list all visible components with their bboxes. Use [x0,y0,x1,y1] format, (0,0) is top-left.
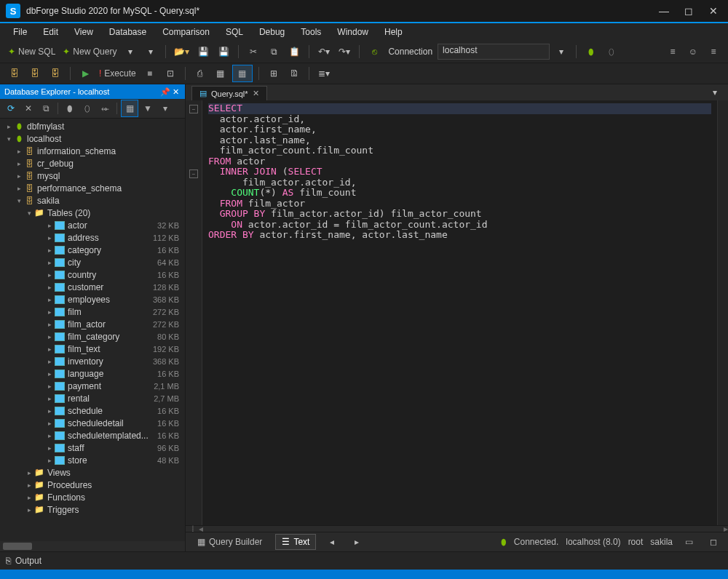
more-dropdown[interactable]: ▾ [157,100,173,116]
connection-dbfmylast[interactable]: ▸⬮dbfmylast [0,120,185,132]
next-icon[interactable]: ▸ [348,534,365,550]
section-triggers[interactable]: ▸📁Triggers [0,503,185,516]
table-scheduledetail[interactable]: ▸scheduledetail16 KB [0,417,185,429]
code-area[interactable]: SELECT actor.actor_id, actor.first_name,… [202,100,717,525]
undo-icon[interactable]: ↶▾ [315,44,333,60]
open-icon[interactable]: 📂▾ [172,44,191,60]
text-tab[interactable]: ☰Text [275,534,316,550]
paste-icon[interactable]: 📋 [285,44,303,60]
menu-view[interactable]: View [67,25,100,39]
explorer-hscroll[interactable] [0,541,185,551]
snapshot-icon[interactable]: ⎙ [191,65,209,81]
pin-icon[interactable]: 📌 [160,87,170,97]
stop-icon[interactable]: ■ [141,65,159,81]
menu-edit[interactable]: Edit [36,25,66,39]
table-actor[interactable]: ▸actor32 KB [0,219,185,231]
window-icon[interactable]: ⧉ [38,100,54,116]
overflow-1[interactable]: ≡ [664,44,681,60]
query-builder-tab[interactable]: ▦Query Builder [191,535,268,549]
menu-tools[interactable]: Tools [293,25,328,39]
table-rental[interactable]: ▸rental2,7 MB [0,392,185,404]
output-panel-tab[interactable]: ⎘ Output [0,551,728,570]
new-query-button[interactable]: ✦New Query [60,44,119,60]
db-icon-1[interactable]: 🗄 [6,65,23,81]
close-window-button[interactable]: ✕ [708,5,719,17]
database-cr_debug[interactable]: ▸🗄cr_debug [0,157,185,169]
view-mode-icon[interactable]: ▦ [121,100,138,117]
table-customer[interactable]: ▸customer128 KB [0,281,185,293]
table-address[interactable]: ▸address112 KB [0,231,185,244]
redo-icon[interactable]: ↷▾ [336,44,353,60]
fold-gutter[interactable]: −− [186,100,202,525]
more-icon[interactable]: ≣▾ [315,65,333,81]
delete-icon[interactable]: ✕ [20,100,36,116]
grid-icon-2[interactable]: ▦ [232,65,253,82]
layout-icon-2[interactable]: ◻ [705,534,722,550]
plug-icon-2[interactable]: ⬯ [79,100,95,116]
section-procedures[interactable]: ▸📁Procedures [0,479,185,491]
tab-menu-icon[interactable]: ▾ [706,84,724,100]
menu-file[interactable]: File [6,25,34,39]
overview-ruler[interactable] [717,100,728,525]
table-employees[interactable]: ▸employees368 KB [0,293,185,306]
table-schedule[interactable]: ▸schedule16 KB [0,404,185,417]
explorer-tree[interactable]: ▸⬮dbfmylast▾⬮localhost▸🗄information_sche… [0,119,185,541]
database-information_schema[interactable]: ▸🗄information_schema [0,145,185,157]
table-film_actor[interactable]: ▸film_actor272 KB [0,318,185,330]
db-icon-2[interactable]: 🗄 [26,65,44,81]
new-sql-button[interactable]: ✦New SQL [6,44,58,60]
copy-icon[interactable]: ⧉ [265,44,282,60]
database-sakila[interactable]: ▾🗄sakila [0,194,185,207]
refresh-icon[interactable]: ⟳ [3,100,19,116]
minimize-button[interactable]: — [658,5,670,17]
menu-comparison[interactable]: Comparison [155,25,217,39]
execute-button[interactable]: !Execute [97,65,138,81]
menu-debug[interactable]: Debug [252,25,292,39]
table-store[interactable]: ▸store48 KB [0,454,185,466]
connection-dropdown[interactable]: ▾ [553,44,570,60]
section-functions[interactable]: ▸📁Functions [0,491,185,503]
plug-icon-3[interactable]: ⬰ [97,100,113,116]
section-views[interactable]: ▸📁Views [0,466,185,479]
save-icon[interactable]: 💾 [194,44,212,60]
prev-icon[interactable]: ◂ [323,534,341,550]
dropdown-1[interactable]: ▾ [122,44,139,60]
table-inventory[interactable]: ▸inventory368 KB [0,355,185,367]
grid-icon-3[interactable]: ⊞ [265,65,282,81]
menu-help[interactable]: Help [377,25,410,39]
menu-sql[interactable]: SQL [218,25,250,39]
maximize-button[interactable]: ◻ [683,5,695,17]
grid-icon-1[interactable]: ▦ [212,65,229,81]
close-tab-icon[interactable]: ✕ [253,89,259,98]
table-scheduletemplated...[interactable]: ▸scheduletemplated...16 KB [0,429,185,442]
layout-icon-1[interactable]: ▭ [680,534,697,550]
dropdown-2[interactable]: ▾ [142,44,159,60]
overflow-2[interactable]: ≡ [705,44,722,60]
table-country[interactable]: ▸country16 KB [0,268,185,281]
table-film_category[interactable]: ▸film_category80 KB [0,330,185,343]
table-staff[interactable]: ▸staff96 KB [0,442,185,454]
close-panel-icon[interactable]: ✕ [170,87,181,97]
plug-disconnect-icon[interactable]: ⬯ [603,44,620,60]
table-film_text[interactable]: ▸film_text192 KB [0,343,185,355]
database-performance_schema[interactable]: ▸🗄performance_schema [0,182,185,194]
plug-connect-icon[interactable]: ⬮ [582,44,600,60]
table-category[interactable]: ▸category16 KB [0,244,185,256]
cut-icon[interactable]: ✂ [245,44,262,60]
table-city[interactable]: ▸city64 KB [0,256,185,268]
plug-icon-1[interactable]: ⬮ [62,100,78,116]
run-icon[interactable]: ▶ [76,65,94,81]
horizontal-splitter[interactable]: ⁞◂ ▸ [186,525,728,532]
db-icon-3[interactable]: 🗄 [47,65,64,81]
connection-localhost[interactable]: ▾⬮localhost [0,132,185,145]
step-icon[interactable]: ⊡ [162,65,179,81]
table-film[interactable]: ▸film272 KB [0,306,185,318]
connection-select[interactable]: localhost [438,44,550,60]
section-tables[interactable]: ▾📁Tables (20) [0,207,185,219]
save-all-icon[interactable]: 💾 [215,44,232,60]
feedback-icon[interactable]: ☺ [684,44,702,60]
document-tab[interactable]: ▤ Query.sql* ✕ [191,86,267,100]
database-mysql[interactable]: ▸🗄mysql [0,169,185,182]
sql-editor[interactable]: −− SELECT actor.actor_id, actor.first_na… [186,100,728,525]
table-language[interactable]: ▸language16 KB [0,367,185,380]
